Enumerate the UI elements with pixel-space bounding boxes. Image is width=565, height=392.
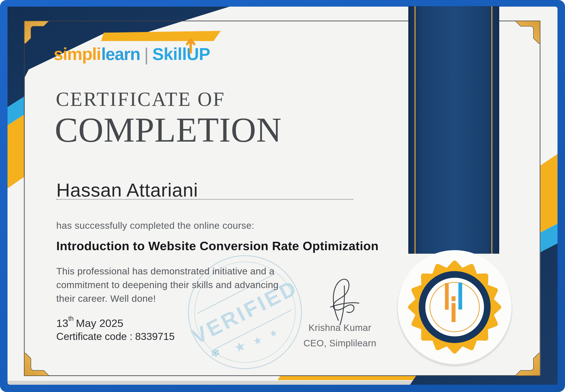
award-badge <box>397 250 512 367</box>
certificate: VERIFIED ★ ★ ★ ❄ <box>0 0 565 392</box>
issue-date: 13thMay 2025 <box>56 315 123 329</box>
certificate-code-label: Certificate code : <box>56 331 132 342</box>
logo-divider: | <box>144 45 149 64</box>
signer-title: CEO, Simplilearn <box>291 338 389 349</box>
certificate-code-value: 8339715 <box>135 331 174 342</box>
completion-heading: COMPLETION <box>55 110 282 150</box>
logo-skillup-text: SkillUP <box>152 45 210 63</box>
description-line-1: This professional has demonstrated initi… <box>56 266 274 277</box>
certificate-of-heading: CERTIFICATE OF <box>56 88 225 111</box>
left-gold-stripe <box>8 114 25 188</box>
logo-simpl-text: simpl <box>54 45 96 63</box>
signer-name: Krishna Kumar <box>291 322 389 333</box>
description-line-3: their career. Well done! <box>56 293 156 304</box>
stamp-star-icon: ★ <box>268 327 278 339</box>
right-gold-stripe <box>540 154 557 233</box>
skillup-arrow-icon <box>186 37 196 53</box>
course-title: Introduction to Website Conversion Rate … <box>56 239 378 253</box>
issue-date-day: 13 <box>56 317 68 329</box>
description-line-2: commitment to deepening their skills and… <box>56 280 278 290</box>
course-intro-text: has successfully completed the online co… <box>56 220 254 231</box>
issue-date-rest: May 2025 <box>76 317 123 329</box>
logo-learn-text: learn <box>101 45 140 63</box>
brand-logo: simplilearn | SkillUP <box>54 45 210 64</box>
logo-i-text: i <box>96 45 101 63</box>
certificate-code: Certificate code :8339715 <box>56 330 174 342</box>
bottom-gold-stripe <box>278 376 416 380</box>
issue-date-ordinal: th <box>68 315 74 322</box>
award-ribbon <box>408 6 499 254</box>
name-underline <box>56 191 353 200</box>
